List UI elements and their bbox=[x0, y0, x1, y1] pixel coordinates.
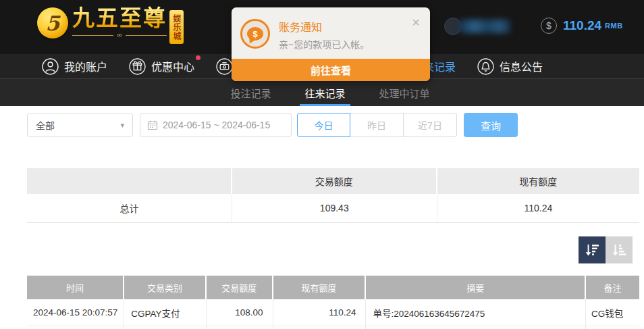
money-message-icon: $ bbox=[240, 19, 270, 49]
balance-currency: RMB bbox=[605, 22, 623, 30]
logo-mark-icon: 5 bbox=[37, 7, 68, 39]
cell-time: 2024-06-15 20:07:57 bbox=[27, 299, 124, 326]
tab-transaction-records[interactable]: 往来记录 bbox=[302, 79, 347, 106]
nav-label: 信息公告 bbox=[500, 58, 543, 74]
summary-transaction-amount: 109.43 bbox=[232, 194, 437, 222]
cell-type: CGPAY支付 bbox=[124, 299, 207, 326]
deposit-icon bbox=[216, 58, 233, 75]
sort-buttons bbox=[579, 236, 633, 263]
yesterday-button[interactable]: 昨日 bbox=[350, 113, 404, 137]
quick-date-buttons: 今日 昨日 近7日 bbox=[297, 113, 457, 137]
records-table: 时间 交易类别 交易额度 现有额度 摘要 备注 2024-06-15 20:07… bbox=[27, 276, 639, 329]
username-redacted bbox=[459, 20, 510, 33]
header-note: 备注 bbox=[586, 276, 639, 299]
nav-item-my-account[interactable]: 我的账户 bbox=[42, 58, 107, 75]
cell-amount: 108.00 bbox=[207, 299, 273, 326]
record-tabs: 投注记录 往来记录 处理中订单 bbox=[0, 79, 644, 106]
tab-betting-records[interactable]: 投注记录 bbox=[228, 79, 273, 106]
table-row: 2024-06-15 20:07:57 CGPAY支付 108.00 110.2… bbox=[27, 299, 639, 326]
tab-label: 往来记录 bbox=[304, 86, 345, 100]
summary-total-row: 总计 109.43 110.24 bbox=[27, 194, 639, 223]
summary-header-current: 现有额度 bbox=[437, 168, 639, 194]
sort-asc-icon[interactable] bbox=[606, 236, 633, 263]
last7days-button[interactable]: 近7日 bbox=[404, 113, 457, 137]
header-balance: 现有额度 bbox=[273, 276, 367, 299]
cell-note: CG钱包 bbox=[586, 299, 639, 326]
logo-flourish: ∞ bbox=[72, 32, 167, 38]
brand-name: 九五至尊 bbox=[72, 5, 167, 31]
popup-title: 账务通知 bbox=[279, 18, 322, 34]
header-amount: 交易额度 bbox=[207, 276, 273, 299]
brand-badge: 娱乐城 bbox=[169, 10, 184, 44]
summary-header-transaction: 交易额度 bbox=[232, 168, 437, 194]
type-select-value: 全部 bbox=[36, 118, 55, 132]
cell-summary: 单号:202406163645672475 bbox=[366, 299, 586, 326]
gift-icon bbox=[129, 58, 146, 75]
summary-total-label: 总计 bbox=[27, 194, 232, 222]
nav-label: 优惠中心 bbox=[151, 58, 194, 74]
tab-pending-orders[interactable]: 处理中订单 bbox=[377, 79, 432, 106]
user-account[interactable] bbox=[444, 18, 510, 35]
cell-balance: 110.24 bbox=[273, 299, 367, 326]
bell-icon bbox=[477, 58, 494, 75]
nav-item-promotions[interactable]: 优惠中心 bbox=[129, 58, 194, 75]
chevron-down-icon: ▾ bbox=[120, 121, 124, 130]
tab-label: 投注记录 bbox=[230, 86, 271, 100]
notification-dot bbox=[196, 55, 200, 60]
nav-label: 我的账户 bbox=[64, 58, 107, 74]
records-header-row: 时间 交易类别 交易额度 现有额度 摘要 备注 bbox=[27, 276, 639, 299]
filter-row: 全部 ▾ 2024-06-15 ~ 2024-06-15 今日 昨日 近7日 查… bbox=[0, 113, 644, 137]
date-range-value: 2024-06-15 ~ 2024-06-15 bbox=[163, 120, 270, 130]
dollar-icon: $ bbox=[541, 18, 557, 34]
search-button[interactable]: 查询 bbox=[464, 113, 518, 137]
header-time: 时间 bbox=[27, 276, 124, 299]
summary-header-row: 交易额度 现有额度 bbox=[27, 168, 639, 194]
header-type: 交易类别 bbox=[124, 276, 207, 299]
header-summary: 摘要 bbox=[366, 276, 586, 299]
popup-message: 亲~您的款项已入帐。 bbox=[279, 37, 369, 51]
user-icon bbox=[42, 58, 59, 75]
tab-label: 处理中订单 bbox=[379, 86, 430, 100]
date-range-input[interactable]: 2024-06-15 ~ 2024-06-15 bbox=[140, 113, 292, 137]
table-row-partial bbox=[27, 326, 639, 329]
account-notification-popup: $ 账务通知 亲~您的款项已入帐。 × 前往查看 bbox=[232, 7, 430, 81]
site-logo[interactable]: 5 九五至尊 ∞ 娱乐城 bbox=[37, 5, 184, 44]
sort-desc-icon[interactable] bbox=[579, 236, 606, 263]
summary-table: 交易额度 现有额度 总计 109.43 110.24 bbox=[27, 168, 639, 223]
type-select[interactable]: 全部 ▾ bbox=[27, 113, 133, 137]
calendar-icon bbox=[147, 120, 158, 130]
today-button[interactable]: 今日 bbox=[297, 113, 350, 137]
nav-item-announcements[interactable]: 信息公告 bbox=[477, 58, 543, 75]
go-view-button[interactable]: 前往查看 bbox=[232, 59, 430, 81]
summary-current-amount: 110.24 bbox=[437, 194, 639, 222]
summary-header-blank bbox=[27, 168, 232, 194]
close-icon[interactable]: × bbox=[412, 16, 420, 29]
balance-display[interactable]: $ 110.24 RMB bbox=[541, 18, 623, 34]
balance-amount: 110.24 bbox=[563, 18, 601, 33]
